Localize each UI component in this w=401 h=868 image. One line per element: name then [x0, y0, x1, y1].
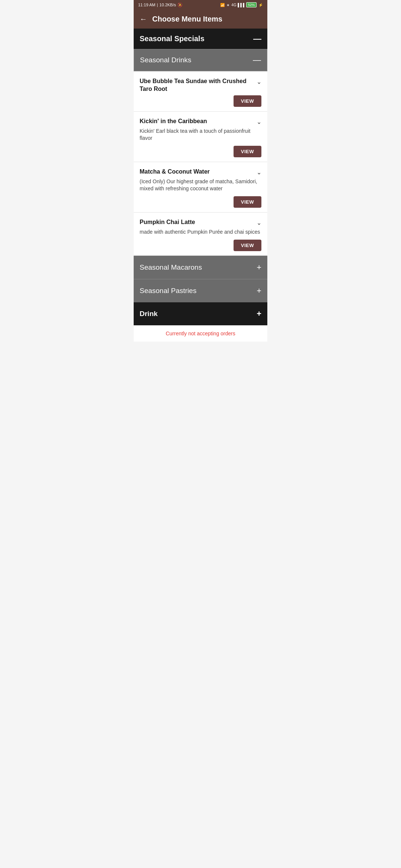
seasonal-drinks-label: Seasonal Drinks — [140, 56, 191, 64]
status-speed: | — [157, 3, 158, 7]
bluetooth-icon: ∗ — [226, 3, 229, 7]
signal-icon: 4G▐▐▐ — [231, 3, 244, 7]
charging-icon: ⚡ — [258, 3, 263, 7]
wifi-icon: 📶 — [220, 3, 225, 7]
menu-item-pumpkin: Pumpkin Chai Latte ⌄ made with authentic… — [134, 212, 267, 256]
pumpkin-chevron-icon[interactable]: ⌄ — [257, 219, 261, 226]
menu-item-ube-name: Ube Bubble Tea Sundae with Crushed Taro … — [140, 78, 257, 93]
kickin-chevron-icon[interactable]: ⌄ — [257, 118, 261, 125]
menu-item-pumpkin-desc: made with authentic Pumpkin Purée and ch… — [140, 228, 261, 236]
seasonal-specials-label: Seasonal Specials — [140, 34, 205, 43]
page-title: Choose Menu Items — [152, 15, 222, 23]
ube-view-button[interactable]: VIEW — [234, 95, 261, 107]
pumpkin-view-btn-container: VIEW — [140, 240, 261, 251]
seasonal-macarons-label: Seasonal Macarons — [140, 263, 202, 272]
ube-view-btn-container: VIEW — [140, 95, 261, 107]
menu-item-kickin: Kickin' in the Caribbean ⌄ Kickin' Earl … — [134, 111, 267, 162]
menu-item-matcha-header: Matcha & Coconut Water ⌄ — [140, 168, 261, 176]
not-accepting-text: Currently not accepting orders — [166, 331, 235, 336]
matcha-view-btn-container: VIEW — [140, 196, 261, 208]
menu-item-matcha: Matcha & Coconut Water ⌄ (Iced Only) Our… — [134, 162, 267, 212]
menu-item-kickin-name: Kickin' in the Caribbean — [140, 118, 257, 125]
seasonal-macarons-header[interactable]: Seasonal Macarons + — [134, 256, 267, 279]
seasonal-pastries-label: Seasonal Pastries — [140, 287, 196, 295]
menu-item-ube-header: Ube Bubble Tea Sundae with Crushed Taro … — [140, 78, 261, 93]
kickin-view-button[interactable]: VIEW — [234, 146, 261, 157]
status-left: 11:19 AM | 10.2KB/s 🔕 — [138, 3, 183, 7]
seasonal-pastries-expand-icon: + — [257, 286, 261, 296]
mute-icon: 🔕 — [177, 3, 183, 7]
status-network-speed: 10.2KB/s — [159, 3, 176, 7]
matcha-chevron-icon[interactable]: ⌄ — [257, 169, 261, 176]
status-bar: 11:19 AM | 10.2KB/s 🔕 📶 ∗ 4G▐▐▐ 52% ⚡ — [134, 0, 267, 10]
menu-item-kickin-header: Kickin' in the Caribbean ⌄ — [140, 118, 261, 125]
status-right: 📶 ∗ 4G▐▐▐ 52% ⚡ — [220, 2, 263, 7]
seasonal-macarons-expand-icon: + — [257, 263, 261, 272]
status-time: 11:19 AM — [138, 3, 155, 7]
menu-item-matcha-name: Matcha & Coconut Water — [140, 168, 257, 176]
seasonal-specials-header[interactable]: Seasonal Specials — — [134, 29, 267, 49]
matcha-view-button[interactable]: VIEW — [234, 196, 261, 208]
menu-item-pumpkin-name: Pumpkin Chai Latte — [140, 218, 257, 226]
kickin-view-btn-container: VIEW — [140, 146, 261, 157]
back-button[interactable]: ← — [140, 15, 147, 23]
seasonal-drinks-header[interactable]: Seasonal Drinks — — [134, 49, 267, 71]
menu-item-ube: Ube Bubble Tea Sundae with Crushed Taro … — [134, 71, 267, 111]
seasonal-specials-collapse-icon: — — [253, 35, 261, 43]
ube-chevron-icon[interactable]: ⌄ — [257, 78, 261, 85]
battery-indicator: 52% — [246, 2, 257, 7]
seasonal-pastries-header[interactable]: Seasonal Pastries + — [134, 279, 267, 302]
header: ← Choose Menu Items — [134, 10, 267, 29]
drink-expand-icon: + — [257, 309, 261, 319]
menu-item-matcha-desc: (Iced Only) Our highest grade of matcha,… — [140, 178, 261, 193]
drink-section-label: Drink — [140, 310, 158, 318]
menu-item-kickin-desc: Kickin' Earl black tea with a touch of p… — [140, 128, 261, 142]
not-accepting-banner: Currently not accepting orders — [134, 325, 267, 342]
drink-section-header[interactable]: Drink + — [134, 302, 267, 325]
menu-item-pumpkin-header: Pumpkin Chai Latte ⌄ — [140, 218, 261, 226]
seasonal-drinks-collapse-icon: — — [253, 56, 261, 64]
pumpkin-view-button[interactable]: VIEW — [234, 240, 261, 251]
